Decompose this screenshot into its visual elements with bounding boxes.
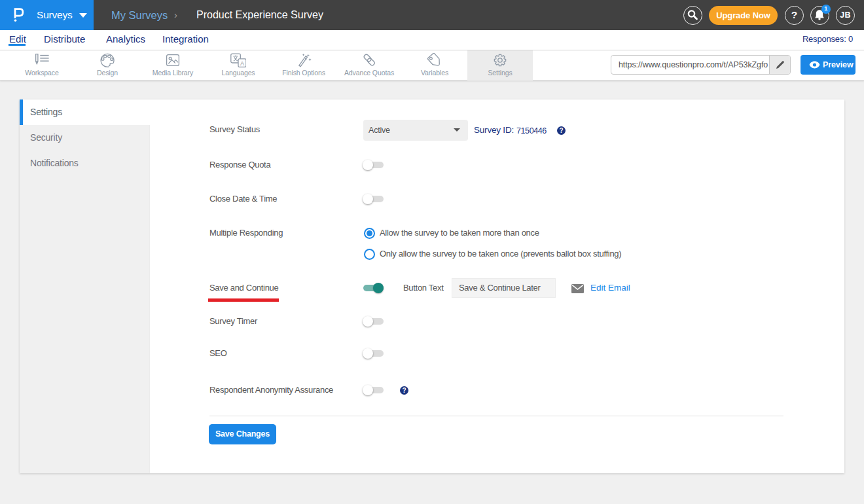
svg-text:A: A — [240, 60, 244, 67]
